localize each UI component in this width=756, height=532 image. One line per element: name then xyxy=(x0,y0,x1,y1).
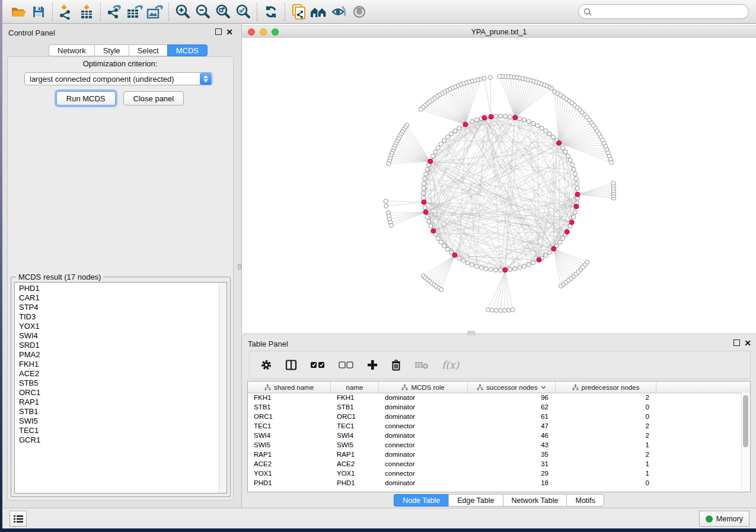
delete-table-button[interactable] xyxy=(414,360,429,370)
first-neighbors-button[interactable] xyxy=(309,2,329,21)
import-network-button[interactable] xyxy=(56,2,76,21)
network-canvas[interactable] xyxy=(242,38,756,333)
mcds-result-item[interactable]: SRD1 xyxy=(19,341,219,350)
table-row[interactable]: PHD1PHD1dominator180 xyxy=(248,478,742,488)
select-all-button[interactable] xyxy=(310,360,326,370)
tab-edge-table[interactable]: Edge Table xyxy=(448,494,502,507)
export-table-button[interactable] xyxy=(125,2,145,21)
search-input[interactable] xyxy=(595,7,748,17)
show-columns-button[interactable] xyxy=(285,359,297,371)
table-settings-button[interactable] xyxy=(260,359,272,371)
delete-column-button[interactable] xyxy=(391,359,401,371)
cell-mcds-role: dominator xyxy=(379,402,468,412)
export-network-button[interactable] xyxy=(104,2,125,21)
save-session-button[interactable] xyxy=(28,2,49,21)
import-network-icon xyxy=(59,4,74,20)
mcds-result-item[interactable]: SWI5 xyxy=(19,416,219,426)
cell-predecessor-nodes: 1 xyxy=(556,469,656,478)
table-row[interactable]: ORC1ORC1dominator610 xyxy=(248,412,742,421)
tab-node-table[interactable]: Node Table xyxy=(394,494,448,507)
table-row[interactable]: ACE2ACE2connector311 xyxy=(248,459,742,469)
tab-network[interactable]: Network xyxy=(49,44,94,56)
deselect-all-button[interactable] xyxy=(339,360,354,370)
column-header-mcds-role[interactable]: MCDS role xyxy=(379,382,468,393)
refresh-view-button[interactable] xyxy=(261,2,281,21)
criterion-dropdown[interactable]: largest connected component (undirected) xyxy=(24,72,213,85)
cell-predecessor-nodes: 0 xyxy=(556,478,656,488)
table-row[interactable]: TEC1TEC1connector472 xyxy=(248,421,742,431)
mcds-result-item[interactable]: CAR1 xyxy=(19,293,219,303)
float-window-icon[interactable] xyxy=(733,339,740,346)
hide-selected-button[interactable] xyxy=(329,2,349,21)
cell-shared-name: SWI5 xyxy=(248,440,331,450)
tab-network-table[interactable]: Network Table xyxy=(503,494,567,507)
cell-shared-name: TEC1 xyxy=(248,421,331,431)
zoom-selected-button[interactable] xyxy=(233,2,253,21)
show-all-button[interactable] xyxy=(349,2,369,21)
mcds-result-item[interactable]: TEC1 xyxy=(19,426,219,435)
column-header-shared-name[interactable]: shared name xyxy=(248,382,331,393)
cell-predecessor-nodes: 2 xyxy=(556,393,656,402)
houses-icon xyxy=(310,5,328,19)
column-header-name[interactable]: name xyxy=(331,382,379,393)
mcds-result-group: MCDS result (17 nodes) PHD1CAR1STP4TID3Y… xyxy=(11,277,231,497)
zoom-out-button[interactable] xyxy=(193,2,213,21)
apply-function-button[interactable]: f(x) xyxy=(442,359,459,371)
mcds-result-scrollbar[interactable] xyxy=(219,283,227,493)
cell-name: SWI5 xyxy=(331,440,379,450)
task-history-button[interactable] xyxy=(9,511,27,527)
table-row[interactable]: STB1STB1dominator620 xyxy=(248,402,742,412)
mcds-result-item[interactable]: RAP1 xyxy=(19,398,219,407)
float-window-icon[interactable] xyxy=(215,28,222,35)
export-image-button[interactable] xyxy=(145,2,165,21)
mcds-result-item[interactable]: ORC1 xyxy=(19,388,219,398)
tab-motifs[interactable]: Motifs xyxy=(566,494,604,507)
mcds-result-item[interactable]: FKH1 xyxy=(19,360,219,369)
cell-filler xyxy=(656,440,742,450)
close-panel-icon[interactable]: ✕ xyxy=(226,29,233,35)
column-header-successor-nodes[interactable]: successor nodes xyxy=(468,382,556,393)
table-row[interactable]: FKH1FKH1dominator962 xyxy=(248,393,742,402)
open-session-button[interactable] xyxy=(8,2,28,21)
mcds-result-item[interactable]: ACE2 xyxy=(19,369,219,379)
mcds-result-item[interactable]: YOX1 xyxy=(19,322,219,331)
mcds-result-item[interactable]: STP4 xyxy=(19,303,219,312)
cell-mcds-role: connector xyxy=(379,440,468,450)
table-panel: Table Panel ✕ xyxy=(241,335,756,508)
zoom-in-button[interactable] xyxy=(173,2,193,21)
tab-style[interactable]: Style xyxy=(94,44,129,56)
mcds-result-item[interactable]: PMA2 xyxy=(19,350,219,360)
mcds-result-item[interactable]: GCR1 xyxy=(19,435,219,445)
column-header-predecessor-nodes[interactable]: predecessor nodes xyxy=(556,382,656,393)
tab-select[interactable]: Select xyxy=(129,44,167,56)
memory-label: Memory xyxy=(716,515,743,523)
mcds-result-item[interactable]: SWI4 xyxy=(19,331,219,341)
cell-name: STB1 xyxy=(331,402,379,412)
close-panel-button[interactable]: Close panel xyxy=(123,91,184,105)
mcds-result-item[interactable]: STB5 xyxy=(19,379,219,388)
cell-shared-name: ORC1 xyxy=(248,412,331,421)
table-scrollbar[interactable] xyxy=(741,393,750,492)
mcds-result-item[interactable]: PHD1 xyxy=(19,284,219,293)
add-column-button[interactable] xyxy=(367,360,378,370)
control-panel-header: Control Panel ✕ xyxy=(2,24,238,41)
mcds-result-item[interactable]: STB1 xyxy=(19,407,219,416)
table-scrollbar-thumb[interactable] xyxy=(743,395,748,447)
zoom-fit-button[interactable] xyxy=(213,2,233,21)
cell-filler xyxy=(656,469,742,478)
memory-button[interactable]: Memory xyxy=(699,511,749,527)
clone-network-button[interactable] xyxy=(289,2,309,21)
select-all-icon xyxy=(310,360,326,370)
tab-mcds[interactable]: MCDS xyxy=(167,44,208,56)
gear-icon xyxy=(260,359,272,371)
close-panel-icon[interactable]: ✕ xyxy=(744,340,751,346)
import-table-button[interactable] xyxy=(76,2,97,21)
table-row[interactable]: RAP1RAP1dominator352 xyxy=(248,450,742,459)
network-view-title: YPA_prune.txt_1 xyxy=(242,28,756,36)
table-row[interactable]: YOX1YOX1connector291 xyxy=(248,469,742,478)
cell-filler xyxy=(656,393,742,402)
table-row[interactable]: SWI4SWI4dominator462 xyxy=(248,431,742,440)
run-mcds-button[interactable]: Run MCDS xyxy=(56,91,116,105)
mcds-result-item[interactable]: TID3 xyxy=(19,312,219,322)
table-row[interactable]: SWI5SWI5connector431 xyxy=(248,440,742,450)
